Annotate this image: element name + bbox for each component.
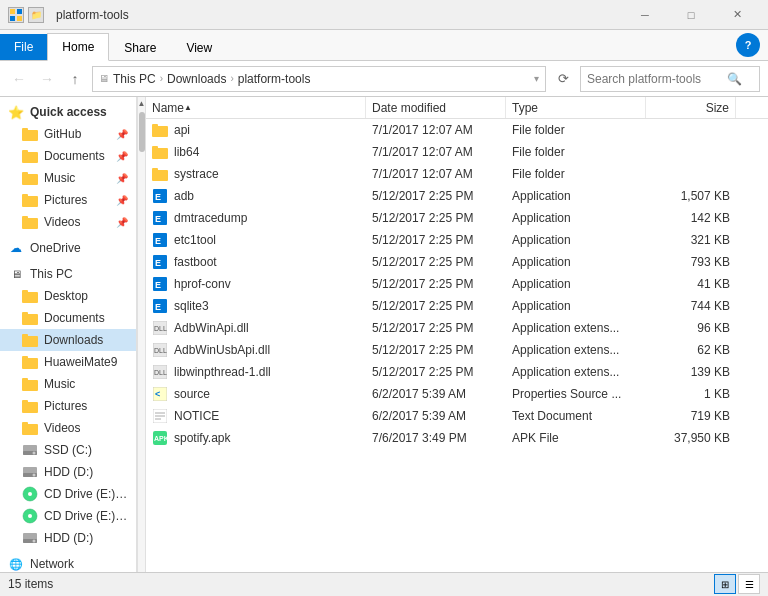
sidebar-item-hdd-d[interactable]: HDD (D:) (0, 527, 136, 549)
table-row[interactable]: E adb 5/12/2017 2:25 PM Application 1,50… (146, 185, 768, 207)
file-icon-11: DLL (152, 364, 168, 380)
details-view-button[interactable]: ☰ (738, 574, 760, 594)
sidebar-item-pictures2[interactable]: Pictures (0, 395, 136, 417)
col-header-size[interactable]: Size (646, 97, 736, 118)
file-type-6: Application (506, 251, 646, 273)
help-button[interactable]: ? (736, 33, 760, 57)
file-name-4: E dmtracedump (146, 207, 366, 229)
file-name-label-3: adb (174, 189, 194, 203)
close-button[interactable]: ✕ (714, 0, 760, 30)
up-button[interactable]: ↑ (64, 68, 86, 90)
sidebar-item-videos[interactable]: Videos 📌 (0, 211, 136, 233)
sidebar-item-documents[interactable]: Documents 📌 (0, 145, 136, 167)
table-row[interactable]: E etc1tool 5/12/2017 2:25 PM Application… (146, 229, 768, 251)
col-header-name[interactable]: Name (146, 97, 366, 118)
file-date-4: 5/12/2017 2:25 PM (366, 207, 506, 229)
refresh-button[interactable]: ⟳ (552, 68, 574, 90)
minimize-button[interactable]: ─ (622, 0, 668, 30)
sidebar-icon-music (22, 170, 38, 186)
sidebar-item-github[interactable]: GitHub 📌 (0, 123, 136, 145)
table-row[interactable]: E sqlite3 5/12/2017 2:25 PM Application … (146, 295, 768, 317)
search-box[interactable]: 🔍 (580, 66, 760, 92)
sidebar-item-this-pc[interactable]: 🖥 This PC (0, 263, 136, 285)
sidebar-label-hdd: HDD (D:) (44, 465, 93, 479)
file-size-9: 96 KB (646, 317, 736, 339)
back-button[interactable]: ← (8, 68, 30, 90)
table-row[interactable]: systrace 7/1/2017 12:07 AM File folder (146, 163, 768, 185)
tab-share[interactable]: Share (109, 34, 171, 61)
sidebar-item-huawei[interactable]: HuaweiMate9 (0, 351, 136, 373)
table-row[interactable]: E fastboot 5/12/2017 2:25 PM Application… (146, 251, 768, 273)
sidebar-label-pictures: Pictures (44, 193, 87, 207)
tab-file[interactable]: File (0, 34, 47, 60)
table-row[interactable]: lib64 7/1/2017 12:07 AM File folder (146, 141, 768, 163)
sidebar-item-documents2[interactable]: Documents (0, 307, 136, 329)
table-row[interactable]: DLL AdbWinUsbApi.dll 5/12/2017 2:25 PM A… (146, 339, 768, 361)
file-icon-8: E (152, 298, 168, 314)
tab-home[interactable]: Home (47, 33, 109, 61)
col-header-date[interactable]: Date modified (366, 97, 506, 118)
sidebar-label-hdd-d: HDD (D:) (44, 531, 93, 545)
sidebar-label-desktop: Desktop (44, 289, 88, 303)
sidebar-item-ssd[interactable]: SSD (C:) (0, 439, 136, 461)
sidebar-item-pictures[interactable]: Pictures 📌 (0, 189, 136, 211)
sidebar-item-videos2[interactable]: Videos (0, 417, 136, 439)
sidebar-item-quick-access[interactable]: ⭐ Quick access (0, 101, 136, 123)
sidebar-item-hdd[interactable]: HDD (D:) (0, 461, 136, 483)
path-part-3[interactable]: platform-tools (238, 72, 311, 86)
tab-view[interactable]: View (171, 34, 227, 61)
file-icon-14: APK (152, 430, 168, 446)
file-size-7: 41 KB (646, 273, 736, 295)
sidebar-icon-this-pc: 🖥 (8, 266, 24, 282)
table-row[interactable]: E hprof-conv 5/12/2017 2:25 PM Applicati… (146, 273, 768, 295)
scroll-up-arrow[interactable]: ▲ (138, 99, 146, 108)
sidebar-label-cdrive-e: CD Drive (E:) My (44, 487, 128, 501)
file-size-1 (646, 141, 736, 163)
large-icons-view-button[interactable]: ⊞ (714, 574, 736, 594)
file-icon-7: E (152, 276, 168, 292)
sidebar-item-network[interactable]: 🌐 Network (0, 553, 136, 572)
sidebar-item-onedrive[interactable]: ☁ OneDrive (0, 237, 136, 259)
svg-rect-18 (22, 216, 28, 220)
col-header-type[interactable]: Type (506, 97, 646, 118)
path-part-2[interactable]: Downloads (167, 72, 226, 86)
file-date-10: 5/12/2017 2:25 PM (366, 339, 506, 361)
sidebar-item-music2[interactable]: Music (0, 373, 136, 395)
file-icon-6: E (152, 254, 168, 270)
svg-point-47 (28, 492, 32, 496)
search-input[interactable] (587, 72, 727, 86)
table-row[interactable]: NOTICE 6/2/2017 5:39 AM Text Document 71… (146, 405, 768, 427)
sidebar-icon-music2 (22, 376, 38, 392)
file-size-12: 1 KB (646, 383, 736, 405)
pin-icon: 📌 (116, 129, 128, 140)
sidebar-item-downloads[interactable]: Downloads (0, 329, 136, 351)
path-dropdown-arrow[interactable]: ▾ (534, 73, 539, 84)
svg-rect-30 (22, 356, 28, 360)
forward-button[interactable]: → (36, 68, 58, 90)
file-name-label-12: source (174, 387, 210, 401)
scroll-thumb[interactable] (139, 112, 145, 152)
pin-icon: 📌 (116, 173, 128, 184)
file-date-11: 5/12/2017 2:25 PM (366, 361, 506, 383)
table-row[interactable]: DLL libwinpthread-1.dll 5/12/2017 2:25 P… (146, 361, 768, 383)
table-row[interactable]: DLL AdbWinApi.dll 5/12/2017 2:25 PM Appl… (146, 317, 768, 339)
table-row[interactable]: < source 6/2/2017 5:39 AM Properties Sou… (146, 383, 768, 405)
table-row[interactable]: APK spotify.apk 7/6/2017 3:49 PM APK Fil… (146, 427, 768, 449)
sidebar-item-cdrive-e[interactable]: CD Drive (E:) My (0, 483, 136, 505)
path-separator-2: › (230, 73, 233, 84)
sidebar-item-music[interactable]: Music 📌 (0, 167, 136, 189)
maximize-button[interactable]: □ (668, 0, 714, 30)
sidebar-icon-github (22, 126, 38, 142)
file-name-label-14: spotify.apk (174, 431, 230, 445)
table-row[interactable]: E dmtracedump 5/12/2017 2:25 PM Applicat… (146, 207, 768, 229)
file-name-label-10: AdbWinUsbApi.dll (174, 343, 270, 357)
table-row[interactable]: api 7/1/2017 12:07 AM File folder (146, 119, 768, 141)
sidebar-label-videos: Videos (44, 215, 80, 229)
svg-text:E: E (155, 192, 161, 202)
file-name-label-13: NOTICE (174, 409, 219, 423)
sidebar-item-cdrive-e2[interactable]: CD Drive (E:) My C (0, 505, 136, 527)
svg-text:<: < (155, 389, 160, 399)
path-part-1[interactable]: This PC (113, 72, 156, 86)
sidebar-item-desktop[interactable]: Desktop (0, 285, 136, 307)
address-path[interactable]: 🖥 This PC › Downloads › platform-tools ▾ (92, 66, 546, 92)
